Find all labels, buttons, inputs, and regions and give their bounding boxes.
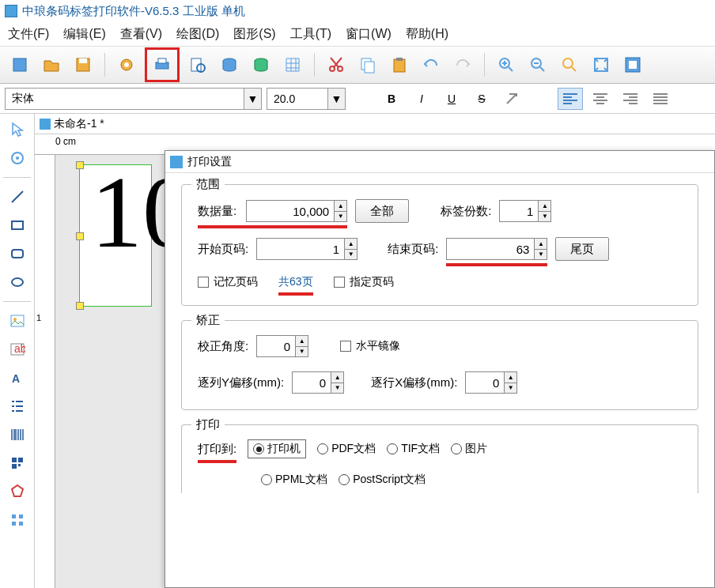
image-tool-icon[interactable]: [3, 308, 32, 334]
open-icon[interactable]: [38, 51, 65, 78]
menu-help[interactable]: 帮助(H): [406, 26, 448, 43]
col-y-field[interactable]: [293, 372, 331, 393]
spin-up-icon[interactable]: ▲: [345, 239, 357, 250]
total-pages-link[interactable]: 共63页: [278, 275, 313, 289]
undo-icon[interactable]: [418, 51, 445, 78]
remember-page-checkbox[interactable]: 记忆页码: [198, 275, 258, 289]
align-right-icon[interactable]: [618, 88, 643, 110]
spin-down-icon[interactable]: ▼: [535, 250, 547, 260]
row-x-input[interactable]: ▲▼: [465, 371, 517, 394]
radio-pdf[interactable]: PDF文档: [317, 442, 376, 456]
dialog-titlebar[interactable]: 打印设置: [165, 151, 714, 173]
label-object[interactable]: 10: [79, 164, 152, 307]
clear-format-icon[interactable]: [499, 88, 524, 110]
radio-tif[interactable]: TIF文档: [387, 442, 440, 456]
database-icon[interactable]: [216, 51, 243, 78]
gear-icon[interactable]: [113, 51, 140, 78]
zoom-icon[interactable]: [556, 51, 583, 78]
full-icon[interactable]: [619, 51, 646, 78]
data-count-input[interactable]: ▲▼: [246, 200, 347, 222]
align-justify-icon[interactable]: [648, 88, 673, 110]
spin-up-icon[interactable]: ▲: [539, 201, 550, 212]
end-page-input[interactable]: ▲▼: [446, 238, 547, 260]
richtext-tool-icon[interactable]: ab: [3, 337, 32, 362]
pan-tool-icon[interactable]: [3, 145, 32, 171]
grid-icon[interactable]: [279, 51, 306, 78]
resize-handle[interactable]: [76, 161, 84, 169]
resize-handle[interactable]: [76, 232, 84, 240]
polygon-tool-icon[interactable]: [3, 479, 32, 504]
zoom-out-icon[interactable]: [524, 51, 551, 78]
cut-icon[interactable]: [323, 51, 350, 78]
menu-file[interactable]: 文件(F): [8, 26, 49, 43]
menu-draw[interactable]: 绘图(D): [176, 26, 219, 43]
spin-down-icon[interactable]: ▼: [505, 383, 516, 394]
start-page-field[interactable]: [257, 239, 344, 259]
spin-down-icon[interactable]: ▼: [345, 250, 357, 260]
ellipse-tool-icon[interactable]: [3, 270, 32, 295]
copies-input[interactable]: ▲▼: [499, 200, 551, 222]
row-x-field[interactable]: [466, 372, 504, 393]
chevron-down-icon[interactable]: ▼: [244, 89, 261, 109]
spin-up-icon[interactable]: ▲: [535, 239, 547, 250]
menu-window[interactable]: 窗口(W): [346, 26, 392, 43]
spin-up-icon[interactable]: ▲: [505, 372, 516, 383]
spin-down-icon[interactable]: ▼: [296, 347, 308, 357]
bold-button[interactable]: B: [379, 88, 404, 110]
col-y-input[interactable]: ▲▼: [292, 371, 344, 394]
align-center-icon[interactable]: [588, 88, 613, 110]
line-tool-icon[interactable]: [3, 184, 32, 209]
all-button[interactable]: 全部: [355, 199, 409, 223]
spin-up-icon[interactable]: ▲: [296, 336, 308, 347]
copy-icon[interactable]: [354, 51, 381, 78]
last-page-button[interactable]: 尾页: [555, 237, 609, 261]
menu-tool[interactable]: 工具(T): [290, 26, 331, 43]
radio-postscript[interactable]: PostScript文档: [339, 473, 426, 487]
align-left-icon[interactable]: [558, 88, 583, 110]
paste-icon[interactable]: [386, 51, 413, 78]
spin-down-icon[interactable]: ▼: [539, 212, 550, 222]
list-tool-icon[interactable]: [3, 394, 32, 419]
document-tab[interactable]: 未命名-1 *: [35, 114, 715, 134]
font-name-combo[interactable]: 宋体 ▼: [5, 88, 262, 110]
grid-tool-icon[interactable]: [3, 507, 32, 533]
fit-icon[interactable]: [588, 51, 615, 78]
h-mirror-checkbox[interactable]: 水平镜像: [340, 339, 400, 353]
font-size-combo[interactable]: 20.0 ▼: [267, 88, 346, 110]
radio-ppml[interactable]: PPML文档: [261, 473, 327, 487]
roundrect-tool-icon[interactable]: [3, 241, 32, 266]
angle-input[interactable]: ▲▼: [256, 335, 308, 357]
zoom-in-icon[interactable]: [493, 51, 520, 78]
barcode-tool-icon[interactable]: [3, 422, 32, 447]
menu-edit[interactable]: 编辑(E): [63, 26, 105, 43]
spin-down-icon[interactable]: ▼: [331, 383, 343, 394]
redo-icon[interactable]: [449, 51, 476, 78]
database-link-icon[interactable]: [248, 51, 274, 78]
print-icon[interactable]: [149, 51, 176, 78]
copies-field[interactable]: [500, 201, 538, 221]
strike-button[interactable]: S: [469, 88, 494, 110]
start-page-input[interactable]: ▲▼: [256, 238, 358, 260]
menu-view[interactable]: 查看(V): [120, 26, 162, 43]
chevron-down-icon[interactable]: ▼: [327, 89, 345, 109]
menu-graphic[interactable]: 图形(S): [233, 26, 275, 43]
angle-field[interactable]: [257, 336, 295, 356]
radio-image[interactable]: 图片: [451, 442, 487, 456]
resize-handle[interactable]: [76, 302, 84, 310]
radio-printer[interactable]: 打印机: [248, 439, 306, 458]
spin-up-icon[interactable]: ▲: [331, 372, 343, 383]
print-preview-icon[interactable]: [184, 51, 211, 78]
spin-down-icon[interactable]: ▼: [335, 212, 346, 222]
underline-button[interactable]: U: [439, 88, 464, 110]
specify-page-checkbox[interactable]: 指定页码: [334, 275, 394, 289]
rect-tool-icon[interactable]: [3, 213, 32, 238]
save-icon[interactable]: [70, 51, 96, 78]
pointer-tool-icon[interactable]: [3, 117, 32, 142]
italic-button[interactable]: I: [409, 88, 434, 110]
spin-up-icon[interactable]: ▲: [335, 201, 346, 212]
qrcode-tool-icon[interactable]: [3, 450, 32, 476]
data-count-field[interactable]: [247, 201, 334, 221]
text-tool-icon[interactable]: A: [3, 365, 32, 390]
end-page-field[interactable]: [447, 239, 534, 259]
new-doc-icon[interactable]: [6, 51, 33, 78]
